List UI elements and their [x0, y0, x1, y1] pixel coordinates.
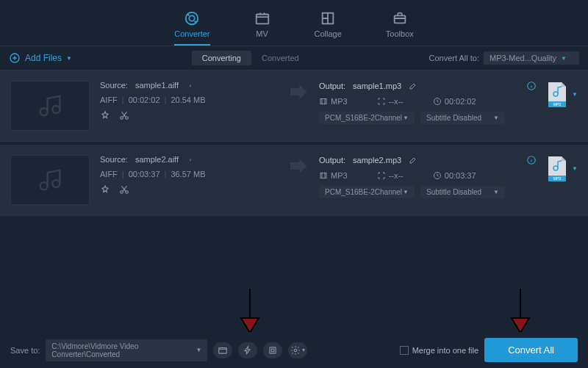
source-filename: sample2.aiff	[135, 155, 179, 164]
resolution-icon	[377, 97, 386, 106]
source-label: Source:	[100, 155, 128, 164]
mv-icon	[254, 10, 270, 26]
source-codec: AIFF	[100, 95, 118, 104]
arrow-indicator	[287, 81, 309, 103]
source-duration: 00:03:37	[129, 170, 160, 178]
arrow-indicator	[287, 155, 309, 177]
save-path-value: C:\Vidmore\Vidmore Video Converter\Conve…	[51, 342, 196, 358]
svg-rect-20	[320, 173, 326, 178]
edit-icon[interactable]	[409, 82, 417, 90]
output-info: Output: sample1.mp3 MP3 --x-- 00:02:02 P…	[319, 81, 537, 124]
chevron-down-icon: ▼	[493, 115, 499, 121]
film-icon	[319, 97, 328, 106]
toolbox-icon	[392, 10, 408, 26]
file-row: Source: sample1.aiff AIFF | 00:02:02 | 2…	[0, 71, 588, 142]
music-note-icon	[35, 91, 65, 120]
merge-checkbox[interactable]: Merge into one file	[400, 346, 479, 355]
merge-label: Merge into one file	[412, 346, 479, 355]
output-label: Output:	[319, 82, 345, 90]
output-format-button[interactable]: MP3 ▼	[547, 81, 578, 107]
output-resolution: --x--	[389, 97, 404, 106]
annotation-arrow	[235, 285, 265, 339]
source-size: 36.57 MB	[171, 170, 205, 178]
thumbnail[interactable]	[10, 81, 90, 131]
convert-all-button[interactable]: Convert All	[484, 338, 578, 362]
svg-point-16	[52, 180, 60, 187]
chevron-down-icon: ▼	[572, 91, 578, 98]
save-to-label: Save to:	[10, 346, 40, 355]
folder-icon	[218, 345, 228, 356]
encoding-value: PCM_S16BE-2Channel	[325, 114, 402, 122]
chevron-down-icon: ▼	[493, 189, 499, 195]
source-duration: 00:02:02	[129, 95, 160, 104]
lightning-icon	[243, 345, 253, 356]
svg-point-8	[126, 117, 129, 120]
chevron-down-icon: ▼	[403, 189, 409, 195]
subtab-converted[interactable]: Converted	[251, 51, 309, 65]
hw-accel-button[interactable]	[238, 342, 257, 358]
clock-icon	[433, 97, 442, 106]
effects-icon[interactable]	[100, 184, 110, 195]
source-label: Source:	[100, 81, 128, 90]
effects-icon[interactable]	[100, 110, 110, 120]
svg-point-15	[40, 182, 48, 190]
cut-icon[interactable]	[119, 110, 129, 120]
save-path-select[interactable]: C:\Vidmore\Vidmore Video Converter\Conve…	[46, 339, 207, 361]
tab-toolbox[interactable]: Toolbox	[386, 7, 414, 46]
subtab-converting[interactable]: Converting	[192, 51, 251, 65]
add-files-button[interactable]: Add Files ▼	[9, 52, 72, 64]
svg-point-6	[52, 106, 60, 113]
checkbox-box	[400, 346, 409, 355]
settings-button[interactable]: ▾	[288, 342, 307, 358]
thumbnail[interactable]	[10, 155, 90, 205]
tab-label: MV	[256, 29, 268, 38]
output-filename: sample1.mp3	[353, 82, 401, 90]
open-folder-button[interactable]	[213, 342, 232, 358]
convert-all-to: Convert All to: MP3-Med...Quality ▼	[429, 51, 579, 65]
output-duration: 00:03:37	[445, 171, 476, 180]
info-icon[interactable]	[186, 155, 195, 164]
chevron-down-icon: ▼	[66, 55, 72, 62]
svg-point-28	[295, 349, 298, 352]
svg-rect-1	[256, 15, 268, 24]
subtitle-select[interactable]: Subtitle Disabled▼	[420, 112, 505, 124]
output-codec: MP3	[331, 171, 348, 180]
tab-collage[interactable]: Collage	[315, 7, 342, 46]
chevron-down-icon: ▼	[572, 165, 578, 172]
output-label: Output:	[319, 156, 345, 165]
arrow-right-icon	[287, 155, 309, 177]
output-duration: 00:02:02	[445, 97, 476, 106]
tab-label: Converter	[174, 29, 209, 38]
source-info: Source: sample1.aiff AIFF | 00:02:02 | 2…	[100, 81, 276, 120]
subtitle-value: Subtitle Disabled	[426, 114, 481, 122]
cut-icon[interactable]	[119, 184, 129, 195]
tab-label: Toolbox	[386, 29, 414, 38]
file-list: Source: sample1.aiff AIFF | 00:02:02 | 2…	[0, 71, 588, 216]
collage-icon	[320, 10, 336, 26]
edit-icon[interactable]	[409, 156, 417, 165]
high-speed-button[interactable]	[263, 342, 282, 358]
encoding-select[interactable]: PCM_S16BE-2Channel▼	[319, 186, 415, 198]
annotation-arrow	[506, 285, 535, 339]
output-format-button[interactable]: MP3 ▼	[547, 155, 578, 181]
svg-point-18	[126, 191, 129, 194]
format-select[interactable]: MP3-Med...Quality ▼	[484, 51, 579, 65]
sub-tabs: Converting Converted	[192, 51, 309, 65]
source-size: 20.54 MB	[171, 95, 205, 104]
source-codec: AIFF	[100, 170, 118, 178]
info-icon[interactable]	[186, 81, 195, 90]
source-filename: sample1.aiff	[135, 81, 179, 90]
output-codec: MP3	[331, 97, 348, 106]
file-row: Source: sample2.aiff AIFF | 00:03:37 | 3…	[0, 145, 588, 216]
svg-rect-10	[320, 99, 326, 104]
tab-mv[interactable]: MV	[254, 7, 270, 46]
info-circle-icon[interactable]	[526, 81, 537, 91]
tab-converter[interactable]: Converter	[174, 7, 209, 46]
converter-icon	[184, 10, 200, 26]
toolbar: Add Files ▼ Converting Converted Convert…	[0, 46, 588, 71]
add-files-label: Add Files	[25, 53, 62, 63]
subtitle-select[interactable]: Subtitle Disabled▼	[420, 186, 505, 198]
svg-point-17	[121, 191, 123, 194]
info-circle-icon[interactable]	[526, 155, 537, 165]
encoding-select[interactable]: PCM_S16BE-2Channel▼	[319, 112, 415, 124]
